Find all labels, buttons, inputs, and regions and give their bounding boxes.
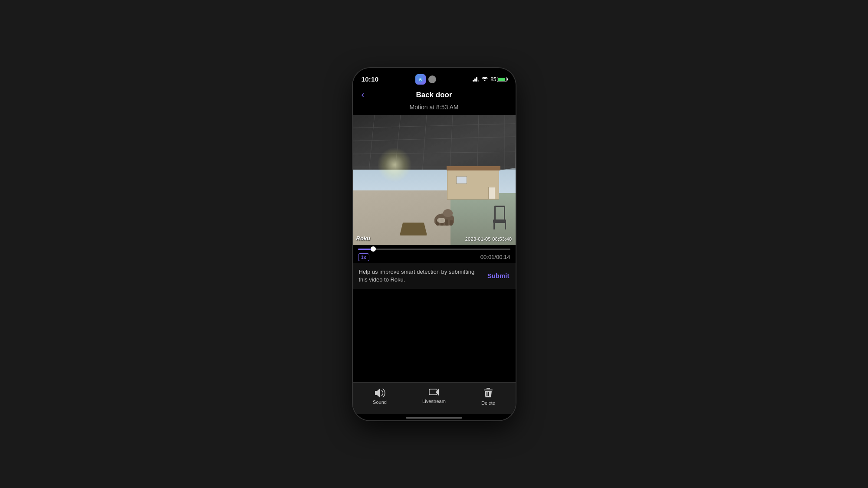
battery-percent: 85 (490, 76, 496, 82)
svg-line-3 (353, 137, 516, 141)
status-time: 10:10 (362, 75, 379, 83)
phone-container: 10:10 R (353, 68, 516, 420)
sun-glare (377, 147, 412, 182)
wifi-icon (481, 76, 488, 82)
status-right: 85 (473, 76, 506, 82)
bottom-navigation: Sound Livestream Delete (353, 382, 516, 414)
video-scene: 2023-01-05 08:53:40 Roku (353, 115, 516, 245)
playback-controls: 1x 00:01/00:14 (353, 245, 516, 263)
progress-track[interactable] (358, 249, 510, 250)
background-building (447, 169, 499, 200)
delete-label: Delete (481, 400, 495, 406)
svg-line-2 (353, 124, 516, 128)
submit-button[interactable]: Submit (487, 272, 510, 279)
patio-chair (492, 206, 507, 229)
livestream-icon (429, 388, 439, 396)
back-button[interactable]: ‹ (360, 88, 366, 102)
sound-icon (374, 388, 385, 397)
submit-banner: Help us improve smart detection by submi… (353, 263, 516, 289)
time-display: 00:01/00:14 (480, 254, 510, 260)
moon-icon (428, 75, 436, 83)
delete-icon (483, 388, 493, 398)
header: ‹ Back door (353, 87, 516, 104)
nav-item-livestream[interactable]: Livestream (419, 388, 449, 404)
submit-message: Help us improve smart detection by submi… (359, 268, 487, 284)
status-bar: 10:10 R (353, 68, 516, 87)
home-indicator (353, 414, 516, 420)
speed-badge[interactable]: 1x (358, 253, 369, 261)
svg-line-4 (353, 152, 516, 154)
svg-text:R: R (419, 78, 422, 82)
video-player[interactable]: 2023-01-05 08:53:40 Roku (353, 115, 516, 245)
playback-info: 1x 00:01/00:14 (358, 253, 510, 261)
signal-icon (473, 77, 479, 82)
status-center: R (415, 74, 436, 85)
roku-watermark: Roku (356, 235, 371, 242)
svg-rect-14 (484, 390, 493, 390)
app-icon: R (415, 74, 426, 85)
video-timestamp: 2023-01-05 08:53:40 (465, 236, 512, 242)
page-title: Back door (360, 91, 509, 99)
doormat (400, 223, 427, 235)
nav-item-delete[interactable]: Delete (473, 388, 503, 406)
nav-item-sound[interactable]: Sound (365, 388, 395, 405)
home-bar (406, 417, 462, 419)
motion-subtitle: Motion at 8:53 AM (353, 104, 516, 115)
livestream-label: Livestream (422, 399, 446, 404)
sound-label: Sound (373, 400, 387, 405)
battery-indicator: 85 (490, 76, 506, 82)
svg-rect-12 (429, 389, 437, 395)
dog (431, 206, 457, 226)
progress-thumb[interactable] (371, 246, 376, 252)
